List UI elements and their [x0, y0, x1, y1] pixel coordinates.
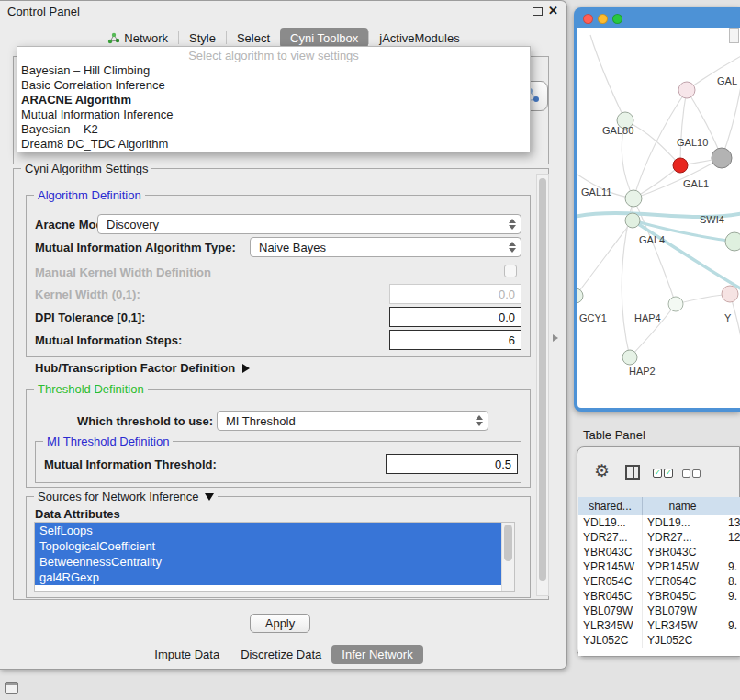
- mi-steps-input[interactable]: [389, 330, 521, 350]
- column-header-shared[interactable]: shared...: [578, 497, 643, 515]
- attribute-list-scrollbar-thumb[interactable]: [504, 525, 512, 561]
- settings-scrollbar-thumb[interactable]: [539, 178, 546, 581]
- zoom-window-button[interactable]: [612, 14, 622, 24]
- show-columns-icon[interactable]: ✓✓: [653, 469, 673, 478]
- table-cell[interactable]: YBL079W: [643, 604, 723, 618]
- network-node[interactable]: [722, 286, 738, 302]
- column-header-name[interactable]: name: [643, 497, 723, 515]
- network-scrollbar-button[interactable]: [729, 28, 739, 43]
- table-cell[interactable]: [723, 545, 740, 559]
- manual-kernel-checkbox[interactable]: [504, 265, 517, 277]
- table-cell[interactable]: YDL19...: [643, 515, 723, 530]
- network-node[interactable]: [712, 148, 732, 168]
- table-settings-gear-icon[interactable]: ⚙: [594, 460, 610, 481]
- popup-item-dream8[interactable]: Dream8 DC_TDC Algorithm: [17, 137, 530, 152]
- table-row[interactable]: YDL19... YDL19... 13: [578, 515, 740, 530]
- network-node[interactable]: [625, 213, 640, 228]
- table-cell[interactable]: 8.: [723, 574, 740, 589]
- table-cell[interactable]: YER054C: [578, 574, 643, 589]
- restore-panel-icon[interactable]: [5, 682, 18, 694]
- tab-style[interactable]: Style: [179, 28, 226, 48]
- table-row[interactable]: YBL079W YBL079W: [578, 604, 740, 618]
- close-panel-icon[interactable]: ✕: [548, 4, 558, 17]
- table-cell[interactable]: YBL079W: [578, 604, 643, 618]
- sources-title: Sources for Network Inference: [38, 490, 199, 503]
- which-threshold-value: MI Threshold: [226, 414, 296, 428]
- table-cell[interactable]: YDR27...: [578, 530, 643, 545]
- table-row[interactable]: YER054C YER054C 8.: [578, 574, 740, 589]
- attr-item-topologicalcoefficient[interactable]: TopologicalCoefficient: [35, 538, 501, 554]
- settings-scrollbar[interactable]: [536, 174, 549, 596]
- table-row[interactable]: YBR043C YBR043C: [578, 545, 740, 559]
- column-header-extra[interactable]: [723, 497, 740, 515]
- close-window-button[interactable]: [583, 14, 593, 24]
- float-window-icon[interactable]: [533, 7, 543, 16]
- table-cell[interactable]: YBR045C: [643, 589, 723, 604]
- which-threshold-select[interactable]: MI Threshold: [217, 411, 488, 431]
- attr-item-betweennesscentrality[interactable]: BetweennessCentrality: [35, 554, 501, 570]
- table-row[interactable]: YPR145W YPR145W 9.: [578, 559, 740, 574]
- network-node[interactable]: [577, 288, 583, 303]
- table-cell[interactable]: [723, 604, 740, 618]
- table-row[interactable]: YBR045C YBR045C 9.: [578, 589, 740, 604]
- table-cell[interactable]: 9.: [723, 618, 740, 633]
- table-cell[interactable]: YBR043C: [578, 545, 643, 559]
- popup-item-aracne[interactable]: ARACNE Algorithm: [17, 93, 530, 107]
- mi-threshold-input[interactable]: [386, 454, 518, 474]
- network-node[interactable]: [678, 82, 695, 98]
- table-cell[interactable]: 12: [723, 530, 740, 545]
- table-cell[interactable]: YBR045C: [578, 589, 643, 604]
- tab-infer-network[interactable]: Infer Network: [331, 645, 422, 664]
- tab-impute-data[interactable]: Impute Data: [144, 645, 230, 664]
- tab-discretize-data[interactable]: Discretize Data: [230, 645, 331, 664]
- table-row[interactable]: YJL052C YJL052C: [578, 633, 740, 648]
- attr-item-gal4rgexp[interactable]: gal4RGexp: [35, 570, 501, 585]
- tab-jactivemodules[interactable]: jActiveModules: [369, 28, 469, 48]
- apply-button[interactable]: Apply: [250, 614, 310, 633]
- attribute-list-scrollbar[interactable]: [501, 523, 514, 591]
- window-traffic-lights: [583, 14, 622, 24]
- table-cell[interactable]: YPR145W: [643, 559, 723, 574]
- table-cell[interactable]: YLR345W: [643, 618, 723, 633]
- network-node[interactable]: [625, 190, 642, 207]
- kernel-width-input[interactable]: [389, 284, 521, 304]
- table-cell[interactable]: YJL052C: [578, 633, 643, 648]
- dpi-tolerance-input[interactable]: [389, 307, 521, 327]
- sources-section-toggle[interactable]: Sources for Network Inference: [34, 490, 218, 503]
- network-node[interactable]: [725, 232, 740, 251]
- popup-item-bayesian-k2[interactable]: Bayesian – K2: [17, 122, 530, 137]
- popup-item-mutual-information[interactable]: Mutual Information Inference: [17, 107, 530, 122]
- table-cell[interactable]: 13: [723, 515, 740, 530]
- minimize-window-button[interactable]: [598, 14, 608, 24]
- table-cell[interactable]: YLR345W: [578, 618, 643, 633]
- tab-select[interactable]: Select: [227, 28, 280, 48]
- table-cell[interactable]: YBR043C: [643, 545, 723, 559]
- table-cell[interactable]: YPR145W: [578, 559, 643, 574]
- aracne-mode-select[interactable]: Discovery: [97, 214, 521, 234]
- apply-button-label: Apply: [265, 616, 296, 630]
- hub-section-toggle[interactable]: Hub/Transcription Factor Definition: [35, 361, 250, 375]
- tab-label: Network: [124, 31, 168, 45]
- network-node[interactable]: [622, 350, 637, 365]
- table-cell[interactable]: YER054C: [643, 574, 723, 589]
- table-cell[interactable]: YJL052C: [643, 633, 723, 648]
- table-row[interactable]: YLR345W YLR345W 9.: [578, 618, 740, 633]
- table-cell[interactable]: YDL19...: [578, 515, 643, 530]
- mi-type-select[interactable]: Naive Bayes: [250, 237, 521, 257]
- popup-item-basic-correlation[interactable]: Basic Correlation Inference: [17, 78, 530, 93]
- splitter-arrow-icon[interactable]: [553, 334, 558, 342]
- table-row[interactable]: YDR27... YDR27... 12: [578, 530, 740, 545]
- table-cell[interactable]: 9.: [723, 589, 740, 604]
- popup-item-bayesian-hill-climbing[interactable]: Bayesian – Hill Climbing: [17, 63, 530, 78]
- network-canvas[interactable]: GAL80 GAL10 GAL11 GAL1 SWI4 GAL4 GCY1 HA…: [577, 28, 740, 408]
- table-columns-icon[interactable]: [625, 465, 640, 480]
- network-node[interactable]: [668, 297, 683, 311]
- tab-network[interactable]: Network: [97, 28, 178, 48]
- hide-columns-icon[interactable]: ✓✓: [682, 469, 701, 478]
- network-node[interactable]: [673, 158, 688, 173]
- table-cell[interactable]: YDR27...: [643, 530, 723, 545]
- tab-cyni-toolbox[interactable]: Cyni Toolbox: [280, 28, 368, 48]
- attr-item-selfloops[interactable]: SelfLoops: [35, 523, 501, 538]
- table-cell[interactable]: [723, 633, 740, 648]
- table-cell[interactable]: 9.: [723, 559, 740, 574]
